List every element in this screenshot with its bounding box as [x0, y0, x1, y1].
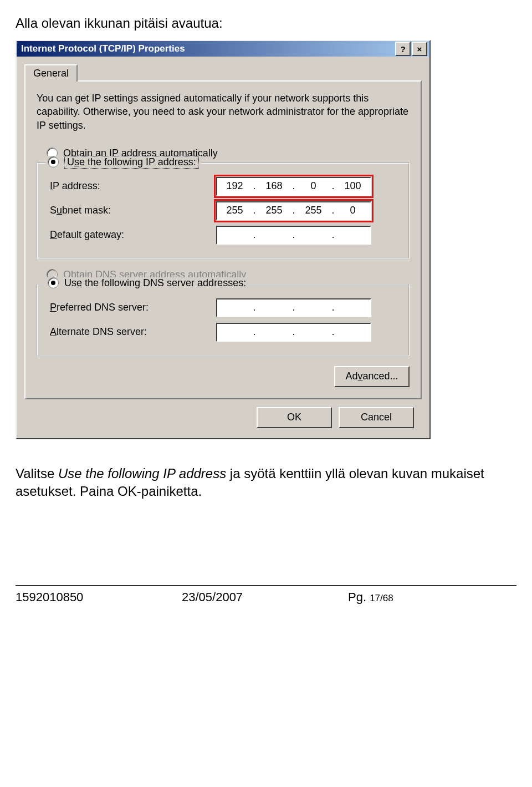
footer-doc-number: 1592010850: [16, 590, 182, 605]
radio-icon: [48, 156, 59, 167]
tab-panel-general: You can get IP settings assigned automat…: [24, 80, 422, 399]
subnet-mask-input[interactable]: 255. 255. 255. 0: [216, 201, 371, 220]
default-gateway-label: Default gateway:: [50, 229, 216, 241]
ok-button[interactable]: OK: [257, 407, 332, 428]
footer-divider: [16, 585, 516, 586]
cancel-button[interactable]: Cancel: [339, 407, 414, 428]
advanced-button[interactable]: Advanced...: [334, 366, 410, 387]
close-button[interactable]: ×: [412, 42, 427, 56]
tab-general[interactable]: General: [24, 64, 78, 82]
ip-address-label: IP address:: [50, 180, 216, 192]
radio-use-following-ip[interactable]: Use the following IP address:: [48, 156, 199, 169]
tab-strip: General You can get IP settings assigned…: [24, 63, 422, 399]
radio-use-following-dns[interactable]: Use the following DNS server addresses:: [48, 277, 246, 289]
window-title: Internet Protocol (TCP/IP) Properties: [19, 43, 394, 54]
dialog-body: General You can get IP settings assigned…: [17, 57, 429, 438]
row-ip-address: IP address: 192. 168. 0. 100: [50, 177, 400, 196]
ip-group: Use the following IP address: IP address…: [37, 163, 410, 259]
radio-label: Use the following IP address:: [64, 156, 199, 169]
help-button[interactable]: ?: [395, 42, 411, 56]
ip-address-input[interactable]: 192. 168. 0. 100: [216, 177, 371, 196]
tcpip-properties-dialog: Internet Protocol (TCP/IP) Properties ? …: [16, 40, 431, 439]
dialog-buttons: OK Cancel: [24, 399, 422, 430]
alternate-dns-input[interactable]: . . .: [216, 323, 371, 342]
description-text: You can get IP settings assigned automat…: [37, 92, 410, 132]
radio-icon: [48, 277, 59, 288]
default-gateway-input[interactable]: . . .: [216, 226, 371, 245]
dns-group: Use the following DNS server addresses: …: [37, 284, 410, 356]
titlebar: Internet Protocol (TCP/IP) Properties ? …: [17, 41, 429, 57]
preferred-dns-input[interactable]: . . .: [216, 298, 371, 317]
subnet-mask-label: Subnet mask:: [50, 205, 216, 216]
alternate-dns-label: Alternate DNS server:: [50, 326, 216, 338]
row-preferred-dns: Preferred DNS server: . . .: [50, 298, 400, 317]
row-subnet-mask: Subnet mask: 255. 255. 255. 0: [50, 201, 400, 220]
row-default-gateway: Default gateway: . . .: [50, 226, 400, 245]
preferred-dns-label: Preferred DNS server:: [50, 302, 216, 313]
instruction-text: Valitse Use the following IP address ja …: [16, 465, 516, 501]
advanced-row: Advanced...: [37, 366, 410, 387]
footer-page: Pg. 17/68: [348, 590, 516, 605]
footer-date: 23/05/2007: [182, 590, 348, 605]
radio-label: Use the following DNS server addresses:: [64, 277, 246, 289]
intro-text: Alla olevan ikkunan pitäisi avautua:: [16, 16, 516, 31]
page-footer: 1592010850 23/05/2007 Pg. 17/68: [0, 590, 532, 618]
row-alternate-dns: Alternate DNS server: . . .: [50, 323, 400, 342]
